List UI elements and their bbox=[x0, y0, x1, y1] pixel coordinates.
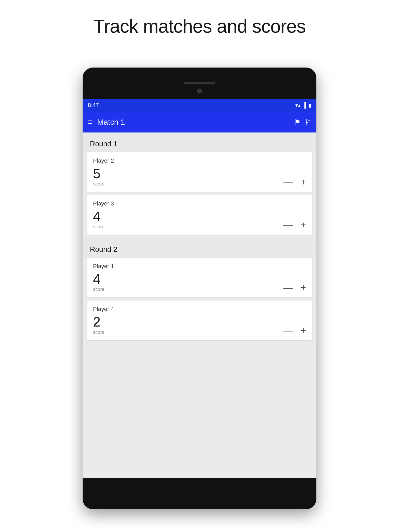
hamburger-icon[interactable]: ≡ bbox=[88, 118, 92, 126]
app-bar-right: ⚑ ⚐ bbox=[294, 118, 311, 127]
app-bar-title: Match 1 bbox=[97, 118, 125, 127]
player-2-score-controls: — + bbox=[283, 177, 306, 187]
top-bezel bbox=[83, 68, 316, 99]
content-area: Round 1 Player 2 5 score — + P bbox=[83, 132, 316, 478]
player-1-score-section: 4 score bbox=[93, 272, 104, 292]
player-2-card: Player 2 5 score — + bbox=[87, 152, 312, 192]
player-4-score-label: score bbox=[93, 330, 104, 335]
player-4-score-row: 2 score — + bbox=[93, 315, 306, 335]
player-2-minus-button[interactable]: — bbox=[283, 177, 293, 187]
round-1-title: Round 1 bbox=[90, 140, 117, 148]
player-4-score-value: 2 bbox=[93, 315, 104, 329]
player-1-score-row: 4 score — + bbox=[93, 272, 306, 292]
front-camera bbox=[197, 89, 202, 94]
player-4-minus-button[interactable]: — bbox=[283, 326, 293, 335]
round-2-title: Round 2 bbox=[90, 245, 117, 253]
player-1-score-controls: — + bbox=[283, 283, 306, 292]
player-2-score-label: score bbox=[93, 181, 104, 187]
player-2-score-section: 5 score bbox=[93, 167, 104, 187]
player-4-plus-button[interactable]: + bbox=[301, 326, 306, 335]
player-1-score-value: 4 bbox=[93, 272, 104, 286]
player-4-name: Player 4 bbox=[93, 306, 306, 312]
player-2-score-row: 5 score — + bbox=[93, 167, 306, 187]
speaker-slot bbox=[184, 82, 215, 84]
player-1-plus-button[interactable]: + bbox=[301, 283, 306, 292]
page-title: Track matches and scores bbox=[0, 0, 399, 47]
status-icons: ▾▴ ▐ ▮ bbox=[295, 102, 311, 108]
player-3-score-label: score bbox=[93, 224, 104, 230]
player-3-card: Player 3 4 score — + bbox=[87, 195, 312, 235]
screen: 8:47 ▾▴ ▐ ▮ ≡ Match 1 ⚑ ⚐ Round 1 bbox=[83, 99, 316, 478]
battery-icon: ▮ bbox=[308, 102, 311, 108]
player-1-score-label: score bbox=[93, 287, 104, 292]
player-4-score-controls: — + bbox=[283, 326, 306, 335]
signal-icon: ▐ bbox=[303, 102, 306, 108]
player-2-score-value: 5 bbox=[93, 167, 104, 180]
status-time: 8:47 bbox=[88, 102, 99, 109]
round-2-header: Round 2 bbox=[83, 238, 316, 258]
player-1-card: Player 1 4 score — + bbox=[87, 258, 312, 297]
flag-icon[interactable]: ⚐ bbox=[305, 118, 311, 127]
player-3-score-row: 4 score — + bbox=[93, 210, 306, 230]
player-3-score-section: 4 score bbox=[93, 210, 104, 230]
player-4-card: Player 4 2 score — + bbox=[87, 301, 312, 340]
tablet-frame: 8:47 ▾▴ ▐ ▮ ≡ Match 1 ⚑ ⚐ Round 1 bbox=[83, 68, 316, 509]
player-3-name: Player 3 bbox=[93, 200, 306, 207]
player-3-score-value: 4 bbox=[93, 210, 104, 223]
player-1-minus-button[interactable]: — bbox=[283, 283, 293, 292]
player-3-score-controls: — + bbox=[283, 220, 306, 230]
player-2-name: Player 2 bbox=[93, 157, 306, 164]
status-bar: 8:47 ▾▴ ▐ ▮ bbox=[83, 99, 316, 112]
player-2-plus-button[interactable]: + bbox=[301, 177, 306, 187]
trophy-icon[interactable]: ⚑ bbox=[294, 118, 301, 127]
player-3-minus-button[interactable]: — bbox=[283, 220, 293, 230]
bottom-bezel bbox=[83, 478, 316, 509]
round-1-header: Round 1 bbox=[83, 132, 316, 152]
app-bar: ≡ Match 1 ⚑ ⚐ bbox=[83, 112, 316, 132]
player-4-score-section: 2 score bbox=[93, 315, 104, 335]
app-bar-left: ≡ Match 1 bbox=[88, 118, 125, 127]
player-1-name: Player 1 bbox=[93, 263, 306, 270]
player-3-plus-button[interactable]: + bbox=[301, 220, 306, 230]
wifi-icon: ▾▴ bbox=[295, 102, 301, 108]
